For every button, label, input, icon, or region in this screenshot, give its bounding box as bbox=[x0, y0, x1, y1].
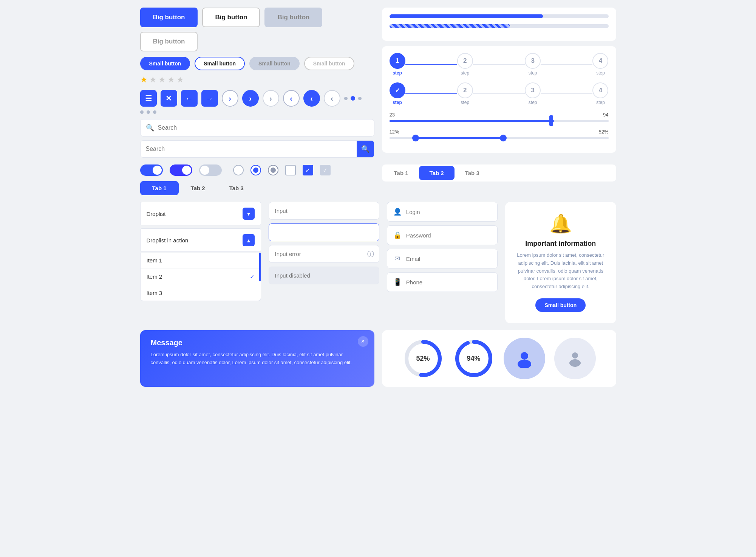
search-input-1[interactable] bbox=[158, 124, 369, 131]
circle-arrow-right-2[interactable]: › bbox=[242, 90, 259, 107]
input-error-wrap: ⓘ bbox=[269, 245, 379, 263]
phone-field[interactable]: 📱 bbox=[387, 272, 498, 292]
slider-track[interactable] bbox=[390, 120, 609, 122]
circle-arrow-right-1[interactable]: › bbox=[222, 90, 238, 107]
checkbox-empty[interactable] bbox=[285, 165, 296, 175]
drop-item-1[interactable]: Item 1 bbox=[141, 253, 261, 268]
tab-set2-1[interactable]: Tab 1 bbox=[383, 166, 419, 180]
toggle-thumb-off bbox=[200, 166, 209, 175]
arrow-right-icon-button[interactable]: → bbox=[201, 90, 218, 107]
input-plain[interactable] bbox=[269, 202, 379, 220]
checkbox-checked-blue[interactable]: ✓ bbox=[303, 165, 313, 175]
droplist-closed[interactable]: Droplist ▾ bbox=[140, 202, 261, 225]
toggle-on[interactable] bbox=[140, 164, 163, 176]
tab-set2-3[interactable]: Tab 3 bbox=[455, 166, 490, 180]
step-label-4: step bbox=[596, 70, 605, 76]
search-input-2-wrap[interactable]: 🔍 bbox=[140, 140, 374, 158]
step-done-line bbox=[405, 93, 457, 94]
droplist-arrow-down[interactable]: ▾ bbox=[243, 208, 255, 220]
radio-empty[interactable] bbox=[233, 165, 244, 175]
login-field[interactable]: 👤 bbox=[387, 202, 498, 222]
phone-input[interactable] bbox=[406, 279, 491, 285]
small-button-outline[interactable]: Small button bbox=[195, 57, 245, 70]
star-1[interactable]: ★ bbox=[140, 75, 148, 85]
progress-fill-striped bbox=[390, 24, 510, 28]
big-button-filled[interactable]: Big button bbox=[140, 8, 198, 27]
small-button-filled[interactable]: Small button bbox=[140, 57, 190, 70]
donut-avatars-row: 52% 94% bbox=[382, 330, 616, 387]
circle-arrow-left-3[interactable]: ‹ bbox=[324, 90, 340, 107]
checkbox-checked-gray[interactable]: ✓ bbox=[320, 165, 331, 175]
email-field[interactable]: ✉ bbox=[387, 249, 498, 268]
step-done-1[interactable]: ✓ step bbox=[390, 82, 405, 105]
search-input-2[interactable] bbox=[141, 146, 357, 152]
step-label-4b: step bbox=[596, 100, 605, 105]
toggles-controls-row: ✓ ✓ bbox=[140, 164, 374, 176]
radio-gray[interactable] bbox=[268, 165, 278, 175]
email-input[interactable] bbox=[406, 256, 491, 262]
circle-arrow-left-2[interactable]: ‹ bbox=[303, 90, 320, 107]
drop-item-3[interactable]: Item 3 bbox=[141, 285, 261, 301]
slider-range-section: 12% 52% bbox=[390, 129, 609, 139]
range-track[interactable] bbox=[390, 137, 609, 139]
toggle-on-blue[interactable] bbox=[170, 164, 192, 176]
message-close-button[interactable]: × bbox=[358, 336, 368, 347]
step-2b[interactable]: 2 step bbox=[457, 82, 473, 105]
star-3[interactable]: ★ bbox=[158, 75, 166, 85]
notification-button[interactable]: Small button bbox=[535, 298, 586, 312]
close-icon-button[interactable]: ✕ bbox=[161, 90, 177, 107]
search-input-1-wrap[interactable]: 🔍 bbox=[140, 119, 374, 137]
step-3b[interactable]: 3 step bbox=[525, 82, 541, 105]
circle-arrow-right-3[interactable]: › bbox=[263, 90, 279, 107]
big-button-outline-light[interactable]: Big button bbox=[140, 32, 198, 51]
step-2[interactable]: 2 step bbox=[457, 53, 473, 76]
password-input[interactable] bbox=[406, 232, 491, 239]
radio-inner bbox=[253, 168, 258, 173]
droplist-arrow-up[interactable]: ▴ bbox=[243, 234, 255, 246]
star-5[interactable]: ★ bbox=[176, 75, 184, 85]
drop-item-2-label: Item 2 bbox=[147, 273, 162, 280]
step-3[interactable]: 3 step bbox=[525, 53, 541, 76]
radio-filled[interactable] bbox=[250, 165, 261, 175]
small-button-outline-light[interactable]: Small button bbox=[304, 57, 354, 70]
drop-item-2[interactable]: Item 2 ✓ bbox=[141, 268, 261, 285]
menu-icon-button[interactable]: ☰ bbox=[140, 90, 157, 107]
login-section: 👤 🔒 ✉ 📱 bbox=[387, 202, 498, 323]
circle-arrow-left-1[interactable]: ‹ bbox=[283, 90, 300, 107]
tabs-set-1: Tab 1 Tab 2 Tab 3 bbox=[140, 181, 374, 195]
tab-2[interactable]: Tab 2 bbox=[179, 181, 217, 195]
range-thumb-high[interactable] bbox=[500, 135, 507, 141]
input-error[interactable] bbox=[269, 245, 379, 263]
big-button-outline[interactable]: Big button bbox=[202, 8, 260, 27]
star-2[interactable]: ★ bbox=[149, 75, 157, 85]
drop-item-3-label: Item 3 bbox=[147, 290, 162, 296]
email-icon: ✉ bbox=[393, 254, 402, 263]
step-4[interactable]: 4 step bbox=[592, 53, 608, 76]
radio-inner-gray bbox=[271, 168, 276, 173]
input-active[interactable]: Input in action bbox=[269, 223, 379, 241]
slider-thumb[interactable] bbox=[549, 115, 553, 126]
message-text: Lorem ipsum dolor sit amet, consectetur … bbox=[151, 351, 364, 367]
droplist-open[interactable]: Droplist in action ▴ bbox=[140, 228, 261, 252]
range-labels: 12% 52% bbox=[390, 129, 609, 135]
toggle-off[interactable] bbox=[199, 164, 222, 176]
slider-single-section: 23 94 bbox=[390, 112, 609, 122]
star-4[interactable]: ★ bbox=[167, 75, 175, 85]
search-icon-1: 🔍 bbox=[146, 124, 154, 132]
tab-1-active[interactable]: Tab 1 bbox=[140, 181, 179, 195]
range-thumb-low[interactable] bbox=[412, 135, 419, 141]
tab-set2-2-active[interactable]: Tab 2 bbox=[419, 166, 455, 180]
step-4b[interactable]: 4 step bbox=[592, 82, 608, 105]
login-input[interactable] bbox=[406, 209, 491, 215]
svg-point-6 bbox=[572, 352, 578, 358]
dot-6 bbox=[153, 110, 156, 114]
step-circle-1: 1 bbox=[390, 53, 405, 69]
search-section: 🔍 🔍 bbox=[140, 119, 374, 158]
tab-3[interactable]: Tab 3 bbox=[217, 181, 256, 195]
password-field[interactable]: 🔒 bbox=[387, 225, 498, 245]
search-button[interactable]: 🔍 bbox=[357, 140, 374, 158]
arrow-left-icon-button[interactable]: ← bbox=[181, 90, 198, 107]
step-1[interactable]: 1 step bbox=[390, 53, 405, 76]
star-rating[interactable]: ★ ★ ★ ★ ★ bbox=[140, 75, 184, 85]
dot-3 bbox=[358, 97, 362, 100]
